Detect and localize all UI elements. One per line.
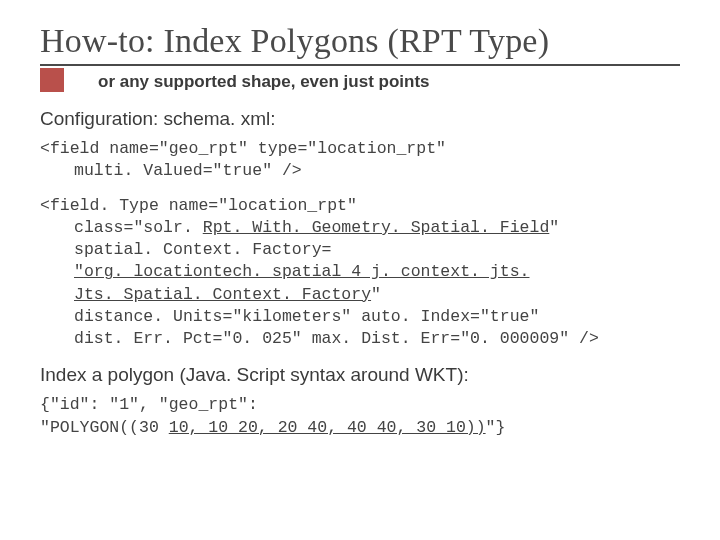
code-underline: Jts. Spatial. Context. Factory bbox=[74, 285, 371, 304]
code-line: class="solr. Rpt. With. Geometry. Spatia… bbox=[40, 217, 559, 239]
code-underline: "org. locationtech. spatial 4 j. context… bbox=[74, 262, 529, 281]
code-text: "} bbox=[486, 418, 506, 437]
slide-title: How-to: Index Polygons (RPT Type) bbox=[40, 22, 680, 60]
slide: How-to: Index Polygons (RPT Type) or any… bbox=[0, 0, 720, 540]
code-line: "POLYGON((30 10, 10 20, 20 40, 40 40, 30… bbox=[40, 418, 505, 437]
code-line: multi. Valued="true" /> bbox=[40, 160, 302, 182]
code-text: class="solr. bbox=[74, 218, 203, 237]
code-underline: Rpt. With. Geometry. Spatial. Field bbox=[203, 218, 550, 237]
code-fieldtype: <field. Type name="location_rpt" class="… bbox=[40, 195, 680, 351]
code-json: {"id": "1", "geo_rpt": "POLYGON((30 10, … bbox=[40, 394, 680, 439]
code-line: <field name="geo_rpt" type="location_rpt… bbox=[40, 139, 446, 158]
title-rule bbox=[40, 64, 680, 66]
code-underline: 10, 10 20, 20 40, 40 40, 30 10)) bbox=[169, 418, 486, 437]
code-line: {"id": "1", "geo_rpt": bbox=[40, 395, 258, 414]
code-line: Jts. Spatial. Context. Factory" bbox=[40, 284, 381, 306]
code-line: "org. locationtech. spatial 4 j. context… bbox=[40, 261, 529, 283]
code-line: spatial. Context. Factory= bbox=[40, 239, 331, 261]
accent-square bbox=[40, 68, 64, 92]
section-configuration: Configuration: schema. xml: bbox=[40, 108, 680, 130]
code-line: dist. Err. Pct="0. 025" max. Dist. Err="… bbox=[40, 328, 599, 350]
code-text: org. locationtech. spatial 4 j. context.… bbox=[84, 262, 530, 281]
code-text: " bbox=[371, 285, 381, 304]
section-index-polygon: Index a polygon (Java. Script syntax aro… bbox=[40, 364, 680, 386]
code-text: " bbox=[549, 218, 559, 237]
code-text: " bbox=[74, 262, 84, 281]
code-field: <field name="geo_rpt" type="location_rpt… bbox=[40, 138, 680, 183]
code-line: <field. Type name="location_rpt" bbox=[40, 196, 357, 215]
code-text: "POLYGON((30 bbox=[40, 418, 169, 437]
code-line: distance. Units="kilometers" auto. Index… bbox=[40, 306, 539, 328]
slide-subtitle: or any supported shape, even just points bbox=[98, 72, 680, 92]
